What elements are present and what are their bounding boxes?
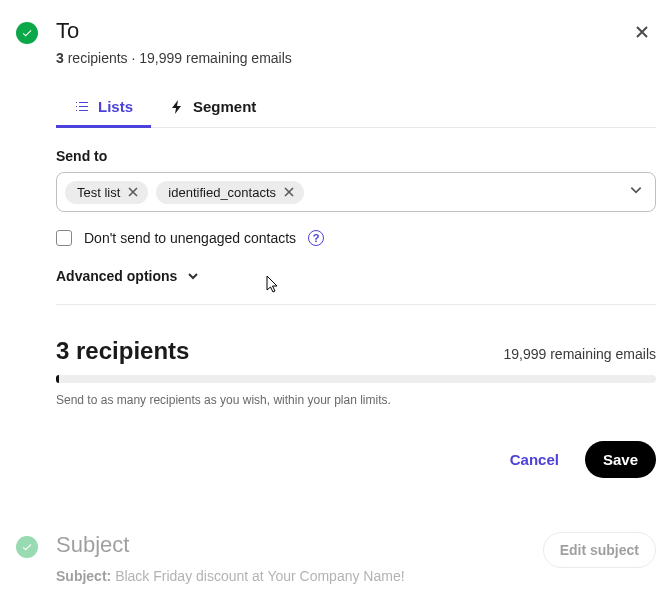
- remove-pill-button[interactable]: [282, 185, 296, 199]
- unengaged-row: Don't send to unengaged contacts ?: [56, 230, 656, 246]
- send-mode-tabs: Lists Segment: [56, 88, 656, 128]
- quota-progress-fill: [56, 375, 59, 383]
- recipient-summary: 3 recipients · 19,999 remaining emails: [56, 50, 628, 66]
- quota-hint: Send to as many recipients as you wish, …: [56, 393, 656, 407]
- tab-lists-label: Lists: [98, 98, 133, 115]
- unengaged-label: Don't send to unengaged contacts: [84, 230, 296, 246]
- header-content: To 3 recipients · 19,999 remaining email…: [56, 18, 628, 66]
- unengaged-checkbox[interactable]: [56, 230, 72, 246]
- subject-header: Subject Subject: Black Friday discount a…: [16, 532, 656, 593]
- edit-subject-button[interactable]: Edit subject: [543, 532, 656, 568]
- section-title: To: [56, 18, 628, 44]
- tab-lists[interactable]: Lists: [56, 88, 151, 128]
- list-pill: identified_contacts: [156, 181, 304, 204]
- save-button[interactable]: Save: [585, 441, 656, 478]
- subject-label: Subject:: [56, 568, 111, 584]
- tab-segment[interactable]: Segment: [151, 88, 274, 128]
- list-pill: Test list: [65, 181, 148, 204]
- close-icon: [128, 187, 138, 197]
- subject-section: Subject Subject: Black Friday discount a…: [0, 516, 672, 593]
- recipients-row: 3 recipients 19,999 remaining emails: [56, 337, 656, 365]
- divider: [56, 304, 656, 305]
- action-row: Cancel Save: [56, 441, 656, 508]
- chevron-down-icon: [187, 270, 199, 282]
- dropdown-toggle[interactable]: [629, 183, 643, 201]
- tab-segment-label: Segment: [193, 98, 256, 115]
- cancel-button[interactable]: Cancel: [492, 441, 577, 478]
- advanced-label: Advanced options: [56, 268, 177, 284]
- sendto-label: Send to: [56, 148, 656, 164]
- check-icon: [16, 22, 38, 44]
- close-icon: [634, 24, 650, 40]
- sendto-section: Send to Test list identified_contacts Do…: [56, 148, 656, 284]
- to-section: To 3 recipients · 19,999 remaining email…: [0, 0, 672, 508]
- close-icon: [284, 187, 294, 197]
- pill-label: Test list: [77, 185, 120, 200]
- close-button[interactable]: [628, 18, 656, 46]
- subject-title: Subject: [56, 532, 543, 558]
- pill-label: identified_contacts: [168, 185, 276, 200]
- recipient-count-bold: 3: [56, 50, 64, 66]
- subject-value: Black Friday discount at Your Company Na…: [115, 568, 404, 584]
- sendto-input[interactable]: Test list identified_contacts: [56, 172, 656, 212]
- chevron-down-icon: [629, 183, 643, 197]
- list-icon: [74, 99, 90, 115]
- quota-progress: [56, 375, 656, 383]
- remove-pill-button[interactable]: [126, 185, 140, 199]
- advanced-options-toggle[interactable]: Advanced options: [56, 268, 656, 284]
- subject-content: Subject Subject: Black Friday discount a…: [56, 532, 543, 593]
- bolt-icon: [169, 99, 185, 115]
- recipients-count: 3 recipients: [56, 337, 189, 365]
- remaining-emails: 19,999 remaining emails: [503, 346, 656, 362]
- remaining-summary: 19,999 remaining emails: [139, 50, 292, 66]
- header-row: To 3 recipients · 19,999 remaining email…: [16, 18, 656, 66]
- help-icon[interactable]: ?: [308, 230, 324, 246]
- subject-line: Subject: Black Friday discount at Your C…: [56, 566, 543, 587]
- check-icon: [16, 536, 38, 558]
